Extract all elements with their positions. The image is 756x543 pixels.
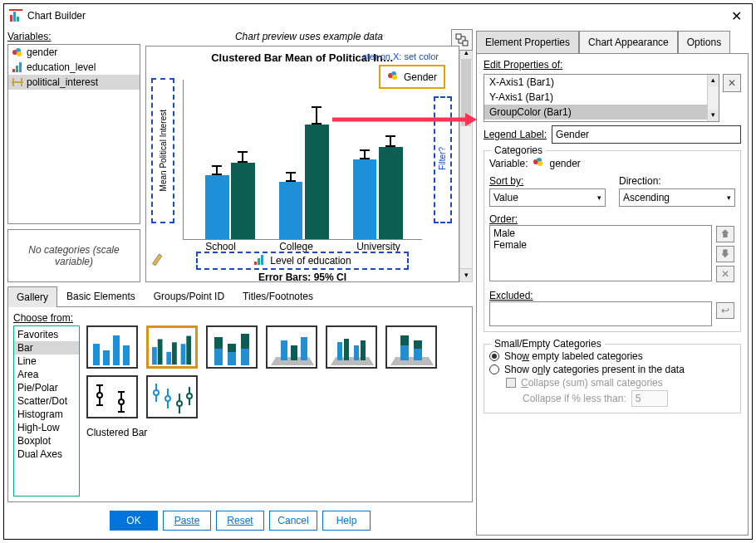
- x-axis-dropzone[interactable]: Level of education: [196, 252, 409, 270]
- svg-rect-33: [214, 337, 223, 349]
- close-icon[interactable]: ✕: [726, 8, 747, 24]
- variables-list[interactable]: gender education_level political_interes…: [7, 44, 140, 224]
- variable-item-political[interactable]: political_interest: [8, 75, 140, 90]
- y-axis-dropzone[interactable]: Mean Political Interest: [151, 78, 174, 223]
- svg-rect-0: [10, 15, 12, 22]
- tab-chart-appearance[interactable]: Chart Appearance: [579, 31, 678, 53]
- move-up-button[interactable]: 🡅: [716, 226, 734, 242]
- paste-button[interactable]: Paste: [163, 511, 211, 531]
- tab-options[interactable]: Options: [678, 31, 730, 53]
- type-line[interactable]: Line: [14, 355, 79, 368]
- svg-point-6: [17, 51, 22, 56]
- svg-rect-41: [301, 337, 307, 360]
- legend-label-input[interactable]: [552, 125, 741, 144]
- svg-point-67: [187, 394, 192, 399]
- svg-rect-44: [344, 339, 349, 360]
- variable-label: gender: [27, 46, 57, 58]
- chevron-down-icon: ▾: [727, 193, 731, 202]
- proplist-scrollbar[interactable]: ▴▾: [707, 75, 719, 121]
- restore-button[interactable]: ↩: [716, 302, 734, 319]
- svg-rect-29: [172, 342, 177, 364]
- delete-property-button[interactable]: ✕: [723, 74, 741, 92]
- chart-type-list[interactable]: Favorites Bar Line Area Pie/Polar Scatte…: [13, 325, 80, 497]
- order-list[interactable]: Male Female 🡅 🡇 ✕: [489, 225, 712, 281]
- svg-rect-27: [158, 339, 163, 364]
- thumb-error-bar-2[interactable]: [146, 375, 198, 418]
- svg-rect-45: [354, 345, 359, 360]
- variables-label: Variables:: [7, 31, 140, 42]
- remove-button[interactable]: ✕: [716, 266, 734, 282]
- type-scatter-dot[interactable]: Scatter/Dot: [14, 394, 79, 408]
- direction-select[interactable]: Ascending▾: [619, 188, 735, 207]
- excluded-list[interactable]: ↩: [489, 301, 712, 326]
- type-high-low[interactable]: High-Low: [14, 421, 79, 434]
- svg-rect-49: [400, 335, 409, 345]
- help-button[interactable]: Help: [322, 511, 371, 531]
- type-dual-axes[interactable]: Dual Axes: [14, 448, 79, 461]
- thumb-stacked-bar[interactable]: [206, 325, 258, 369]
- tab-element-properties[interactable]: Element Properties: [476, 31, 579, 53]
- variable-item-education[interactable]: education_level: [8, 60, 140, 75]
- filter-dropzone[interactable]: Filter?: [434, 96, 452, 223]
- svg-rect-19: [258, 258, 260, 265]
- cancel-button[interactable]: Cancel: [269, 511, 317, 531]
- tab-groups-pointid[interactable]: Groups/Point ID: [145, 286, 233, 306]
- gallery-tabs: Gallery Basic Elements Groups/Point ID T…: [7, 286, 473, 307]
- order-item[interactable]: Female: [493, 239, 708, 251]
- tab-basic-elements[interactable]: Basic Elements: [57, 286, 145, 306]
- nominal-icon: [12, 46, 23, 58]
- type-histogram[interactable]: Histogram: [14, 408, 79, 421]
- svg-rect-39: [281, 340, 287, 360]
- thumb-clustered-bar[interactable]: [146, 325, 198, 369]
- svg-rect-13: [456, 34, 461, 39]
- scroll-down-icon[interactable]: ▾: [460, 268, 472, 281]
- svg-marker-42: [331, 357, 374, 365]
- type-favorites[interactable]: Favorites: [14, 328, 79, 341]
- chart-area: School College University: [183, 80, 422, 240]
- thumb-3d-bar[interactable]: [266, 325, 317, 369]
- svg-rect-8: [16, 66, 18, 72]
- categories-preview: No categories (scale variable): [7, 229, 140, 282]
- selected-thumb-label: Clustered Bar: [86, 427, 467, 438]
- prop-groupcolor[interactable]: GroupColor (Bar1): [484, 105, 719, 120]
- radio-show-empty[interactable]: Show empty labeled categories: [489, 350, 735, 363]
- svg-rect-31: [186, 336, 191, 365]
- variable-item-gender[interactable]: gender: [8, 45, 140, 60]
- tab-gallery[interactable]: Gallery: [7, 286, 57, 307]
- prop-xaxis[interactable]: X-Axis1 (Bar1): [484, 75, 719, 90]
- thumb-3d-stacked[interactable]: [385, 325, 437, 369]
- variable-label: Variable:: [489, 158, 528, 169]
- thumb-error-bar-1[interactable]: [86, 375, 138, 418]
- svg-rect-28: [166, 352, 171, 364]
- x-category-labels: School College University: [184, 241, 422, 252]
- direction-label: Direction:: [619, 175, 735, 187]
- thumb-3d-clustered[interactable]: [326, 325, 377, 369]
- reset-button[interactable]: Reset: [216, 511, 264, 531]
- checkbox-icon: [506, 378, 516, 388]
- chart-preview[interactable]: Clustered Bar Mean of Political In… ster…: [145, 46, 459, 282]
- svg-rect-21: [153, 254, 162, 266]
- type-area[interactable]: Area: [14, 368, 79, 381]
- order-item[interactable]: Male: [493, 227, 708, 239]
- radio-show-only-present[interactable]: Show only categories present in the data: [489, 363, 735, 376]
- type-pie-polar[interactable]: Pie/Polar: [14, 381, 79, 394]
- collapse-if-row: Collapse if % less than:: [523, 389, 735, 408]
- move-down-button[interactable]: 🡇: [716, 246, 734, 262]
- legend-label-label: Legend Label:: [484, 129, 547, 140]
- collapse-checkbox: Collapse (sum) small categories: [506, 376, 735, 389]
- chart-builder-window: Chart Builder ✕ Variables: gender educat…: [3, 3, 753, 540]
- preview-scrollbar[interactable]: ▴ ▾: [459, 46, 473, 282]
- svg-rect-35: [228, 344, 236, 352]
- ok-button[interactable]: OK: [110, 511, 158, 531]
- arrow-up-icon: 🡅: [720, 228, 730, 240]
- choose-from-label: Choose from:: [13, 312, 467, 324]
- tab-titles-footnotes[interactable]: Titles/Footnotes: [233, 286, 322, 306]
- sort-by-select[interactable]: Value▾: [489, 188, 606, 207]
- prop-yaxis[interactable]: Y-Axis1 (Bar1): [484, 90, 719, 105]
- thumb-simple-bar[interactable]: [86, 325, 138, 369]
- type-boxplot[interactable]: Boxplot: [14, 434, 79, 448]
- type-bar[interactable]: Bar: [14, 341, 79, 355]
- edit-properties-list[interactable]: X-Axis1 (Bar1) Y-Axis1 (Bar1) GroupColor…: [484, 74, 719, 122]
- svg-rect-1: [13, 12, 16, 22]
- chevron-down-icon: ▾: [597, 193, 601, 202]
